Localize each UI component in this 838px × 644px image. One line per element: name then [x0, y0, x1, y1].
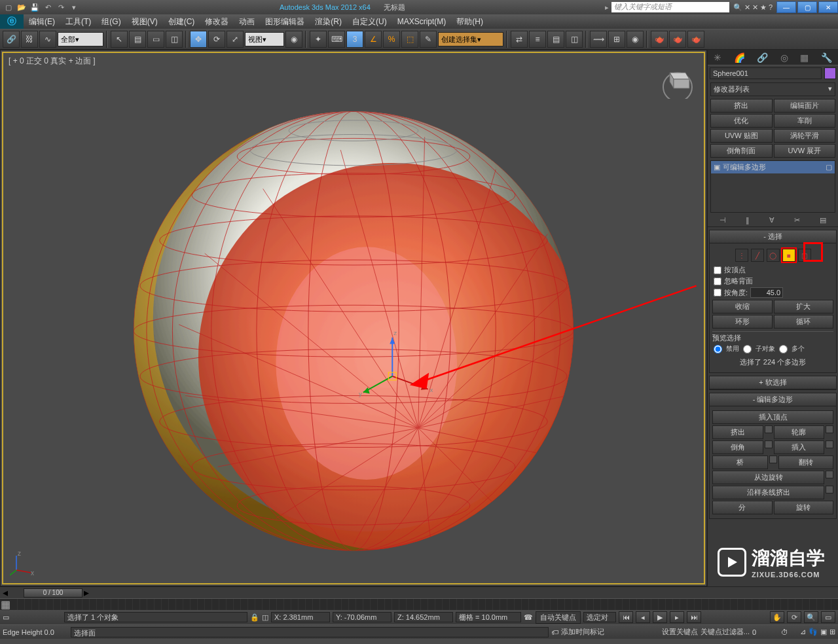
- time-slider-thumb[interactable]: 0 / 100: [24, 588, 82, 598]
- play-icon[interactable]: ▶: [653, 611, 667, 623]
- scale-icon[interactable]: ⤢: [227, 31, 244, 48]
- help-icon[interactable]: ?: [769, 3, 773, 12]
- manipulate-icon[interactable]: ✦: [310, 31, 327, 48]
- show-end-icon[interactable]: ‖: [746, 216, 750, 224]
- menu-modifiers[interactable]: 修改器: [200, 14, 234, 29]
- quick-unwrap[interactable]: UVW 展开: [774, 144, 836, 158]
- hinge-settings-icon[interactable]: [826, 471, 833, 478]
- menu-rendering[interactable]: 渲染(R): [310, 14, 347, 29]
- expand-icon[interactable]: ▣: [714, 163, 720, 171]
- percent-snap-icon[interactable]: %: [383, 31, 400, 48]
- render-setup-icon[interactable]: 🫖: [651, 31, 668, 48]
- menu-views[interactable]: 视图(V): [126, 14, 163, 29]
- timeslider-next-icon[interactable]: ▸: [84, 586, 89, 599]
- select-name-icon[interactable]: ▤: [129, 31, 146, 48]
- unique-icon[interactable]: ∀: [769, 216, 774, 224]
- goto-end-icon[interactable]: ⏭: [687, 611, 701, 623]
- rollup-soft-header[interactable]: + 软选择: [710, 376, 836, 389]
- btn-flip[interactable]: 翻转: [778, 456, 834, 469]
- object-name-field[interactable]: [710, 67, 822, 79]
- menu-customize[interactable]: 自定义(U): [347, 14, 392, 29]
- btn-trunc1[interactable]: 分: [712, 501, 773, 514]
- inset-settings-icon[interactable]: [826, 440, 833, 448]
- menu-help[interactable]: 帮助(H): [451, 14, 488, 29]
- btn-outline[interactable]: 轮廓: [774, 425, 825, 439]
- menu-edit[interactable]: 编辑(E): [24, 14, 60, 29]
- remove-mod-icon[interactable]: ✂: [794, 216, 800, 224]
- nav-walk-icon[interactable]: 👣: [809, 628, 818, 636]
- btn-trunc2[interactable]: 旋转: [774, 501, 834, 514]
- quick-extrude[interactable]: 挤出: [710, 99, 773, 113]
- nav-max-icon[interactable]: ▣: [820, 628, 827, 636]
- btn-ring[interactable]: 环形: [712, 315, 773, 329]
- nav-orbit-icon[interactable]: ⟳: [787, 611, 801, 623]
- close-button[interactable]: ✕: [818, 1, 838, 13]
- btn-insert-vertex[interactable]: 插入顶点: [712, 410, 833, 424]
- next-frame-icon[interactable]: ▸: [670, 611, 684, 623]
- rollup-selection-header[interactable]: - 选择: [710, 230, 836, 243]
- align-icon[interactable]: ≡: [529, 31, 546, 48]
- nav-all-icon[interactable]: ⊞: [829, 628, 835, 636]
- subobj-edge-icon[interactable]: ╱: [751, 249, 764, 262]
- subobj-polygon-icon[interactable]: ■: [782, 249, 795, 262]
- spinner-snap-icon[interactable]: ⬚: [401, 31, 418, 48]
- tab-utilities-icon[interactable]: 🔧: [821, 52, 832, 63]
- quick-turbosmooth[interactable]: 涡轮平滑: [774, 129, 836, 143]
- edit-named-sel-icon[interactable]: ✎: [420, 31, 437, 48]
- pivot-icon[interactable]: ◉: [285, 31, 302, 48]
- angle-spinner[interactable]: 45.0: [750, 287, 783, 298]
- radio-preview-subobj[interactable]: [743, 345, 752, 353]
- mirror-icon[interactable]: ⇄: [511, 31, 528, 48]
- btn-inset[interactable]: 插入: [774, 440, 825, 454]
- stack-item-editable-poly[interactable]: ▣ 可编辑多边形 ▢: [711, 161, 835, 173]
- btn-hinge[interactable]: 从边旋转: [712, 471, 824, 484]
- comm-icon[interactable]: ☎: [524, 613, 533, 622]
- menu-animation[interactable]: 动画: [234, 14, 260, 29]
- lock-icon[interactable]: 🔒: [250, 613, 259, 622]
- chk-by-angle[interactable]: [714, 289, 721, 296]
- timetag-icon[interactable]: 🏷: [551, 628, 558, 636]
- modifier-stack[interactable]: ▣ 可编辑多边形 ▢: [710, 160, 835, 213]
- trackbar-expand-icon[interactable]: ▦: [0, 598, 10, 611]
- window-crossing-icon[interactable]: ◫: [166, 31, 183, 48]
- timeslider-prev-icon[interactable]: ◂: [0, 586, 10, 599]
- angle-snap-icon[interactable]: ∠: [365, 31, 382, 48]
- prev-frame-icon[interactable]: ◂: [636, 611, 650, 623]
- move-icon[interactable]: ✥: [190, 31, 207, 48]
- curve-editor-icon[interactable]: ⟿: [590, 31, 607, 48]
- render-icon[interactable]: 🫖: [687, 31, 704, 48]
- btn-loop[interactable]: 循环: [774, 315, 834, 329]
- tab-create-icon[interactable]: ✳: [714, 52, 721, 63]
- viewport[interactable]: [ + 0 正交 0 真实 + 边面 ]: [0, 50, 707, 586]
- coord-z[interactable]: Z: 14.652mm: [394, 612, 453, 622]
- refcoord-dropdown[interactable]: 视图 ▾: [245, 32, 284, 46]
- tab-hierarchy-icon[interactable]: 🔗: [757, 52, 768, 63]
- selection-filter[interactable]: 全部 ▾: [58, 32, 103, 46]
- radio-preview-multi[interactable]: [779, 345, 788, 353]
- configure-icon[interactable]: ▤: [820, 216, 826, 224]
- snap-toggle-icon[interactable]: 3: [346, 31, 363, 48]
- pin-stack-icon[interactable]: ⊣: [720, 216, 726, 224]
- menu-maxscript[interactable]: MAXScript(M): [392, 14, 452, 29]
- btn-extrude-spline[interactable]: 沿样条线挤出: [712, 486, 824, 499]
- qat-more-icon[interactable]: ▾: [68, 2, 80, 12]
- extrude-settings-icon[interactable]: [765, 425, 773, 433]
- outline-settings-icon[interactable]: [826, 425, 833, 433]
- time-slider[interactable]: ◂ 0 / 100 ▸: [0, 586, 838, 598]
- material-editor-icon[interactable]: ◉: [627, 31, 644, 48]
- favorites-icon[interactable]: ★: [760, 3, 767, 12]
- minimize-button[interactable]: —: [776, 1, 796, 13]
- menu-group[interactable]: 组(G): [96, 14, 126, 29]
- subobj-vertex-icon[interactable]: ⋮: [735, 249, 748, 262]
- add-timetag[interactable]: 添加时间标记: [561, 627, 659, 637]
- app-menu-button[interactable]: ⓔ: [0, 14, 24, 29]
- coord-y[interactable]: Y: -70.06mm: [333, 612, 392, 622]
- tab-modify-icon[interactable]: 🌈: [734, 52, 745, 63]
- nav-region-icon[interactable]: ▭: [821, 611, 835, 623]
- btn-bridge[interactable]: 桥: [712, 456, 768, 469]
- object-color-swatch[interactable]: [824, 67, 836, 79]
- bridge-settings-icon[interactable]: [769, 456, 777, 463]
- rendered-frame-icon[interactable]: 🫖: [669, 31, 686, 48]
- quick-optimize[interactable]: 优化: [710, 114, 773, 128]
- viewcube[interactable]: [658, 60, 697, 99]
